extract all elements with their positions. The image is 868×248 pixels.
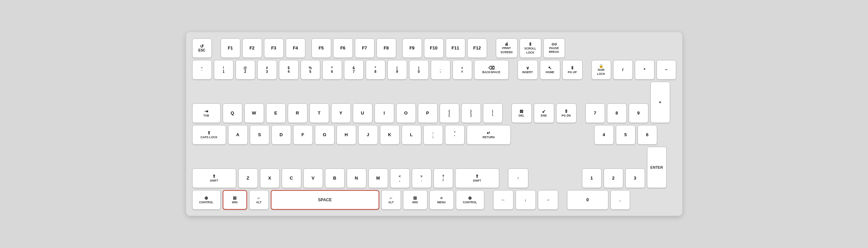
key-d[interactable]: D [271, 125, 291, 145]
key-equals[interactable]: + = [452, 60, 472, 80]
key-f[interactable]: F [293, 125, 313, 145]
key-num8[interactable]: 8 [607, 103, 627, 123]
key-lbracket[interactable]: { [ [440, 103, 459, 123]
key-down[interactable]: ↓ [516, 190, 536, 210]
key-0[interactable]: ) 0 [409, 60, 429, 80]
key-num-minus[interactable]: − [657, 60, 676, 80]
key-return[interactable]: ↵ RETURN [467, 125, 511, 145]
key-f4[interactable]: F4 [286, 38, 305, 58]
key-m[interactable]: M [368, 168, 388, 188]
key-fwdslash[interactable]: ? / [433, 168, 453, 188]
key-8[interactable]: * 8 [366, 60, 385, 80]
key-lwin[interactable]: ⊞ WIN [223, 190, 247, 210]
key-w[interactable]: W [244, 103, 264, 123]
key-f5[interactable]: F5 [311, 38, 331, 58]
key-a[interactable]: A [228, 125, 248, 145]
key-num2[interactable]: 2 [604, 168, 623, 188]
key-rctrl[interactable]: ⊕ CONTROL [456, 190, 484, 210]
key-comma[interactable]: < , [390, 168, 410, 188]
key-pgup[interactable]: ⇕ PG UP [562, 60, 583, 80]
key-n[interactable]: N [347, 168, 366, 188]
key-num-enter[interactable]: ENTER [647, 147, 667, 188]
key-pause-break[interactable]: ⊙⊙ PAUSE BREAK [543, 38, 565, 58]
key-5[interactable]: % 5 [301, 60, 320, 80]
key-lalt[interactable]: ⌐ ALT [249, 190, 269, 210]
key-h[interactable]: H [337, 125, 356, 145]
key-num6[interactable]: 6 [638, 125, 657, 145]
key-f9[interactable]: F9 [402, 38, 422, 58]
key-menu[interactable]: ≡ MENU [429, 190, 454, 210]
key-f11[interactable]: F11 [446, 38, 465, 58]
key-num7[interactable]: 7 [585, 103, 605, 123]
key-f12[interactable]: F12 [467, 38, 487, 58]
key-backtick[interactable]: ~ ` [192, 60, 212, 80]
key-left[interactable]: ← [493, 190, 513, 210]
key-f1[interactable]: F1 [221, 38, 240, 58]
key-k[interactable]: K [380, 125, 400, 145]
key-2[interactable]: @ 2 [236, 60, 255, 80]
key-p[interactable]: P [418, 103, 438, 123]
key-f10[interactable]: F10 [424, 38, 444, 58]
key-g[interactable]: G [315, 125, 335, 145]
key-space[interactable]: SPACE [271, 190, 379, 210]
key-esc[interactable]: ↺ ESC [192, 38, 212, 58]
key-6[interactable]: ^ 6 [322, 60, 342, 80]
key-print-screen[interactable]: 🖨 PRINT SCREEN [496, 38, 518, 58]
key-r[interactable]: R [288, 103, 307, 123]
key-e[interactable]: E [266, 103, 286, 123]
key-num-star[interactable]: * [635, 60, 654, 80]
key-f3[interactable]: F3 [264, 38, 284, 58]
key-num-dot[interactable]: . [610, 190, 630, 210]
key-rbracket[interactable]: } ] [461, 103, 481, 123]
key-u[interactable]: U [353, 103, 372, 123]
key-z[interactable]: Z [238, 168, 258, 188]
key-v[interactable]: V [303, 168, 323, 188]
key-y[interactable]: Y [331, 103, 351, 123]
key-1[interactable]: ! 1 [214, 60, 234, 80]
key-backspace[interactable]: ⌫ BACKSPACE [474, 60, 509, 80]
key-j[interactable]: J [358, 125, 378, 145]
key-f2[interactable]: F2 [242, 38, 262, 58]
key-numlock[interactable]: 🔒 NUM LOCK [591, 60, 611, 80]
key-b[interactable]: B [325, 168, 345, 188]
key-num4[interactable]: 4 [594, 125, 614, 145]
key-semicolon[interactable]: : ; [423, 125, 443, 145]
key-7[interactable]: & 7 [344, 60, 364, 80]
key-3[interactable]: # 3 [257, 60, 277, 80]
key-end[interactable]: ↙ END [534, 103, 554, 123]
key-num1[interactable]: 1 [582, 168, 602, 188]
key-backslash[interactable]: | \ [483, 103, 503, 123]
key-ralt[interactable]: ⌐ ALT [381, 190, 401, 210]
key-9[interactable]: ( 9 [387, 60, 407, 80]
key-num5[interactable]: 5 [616, 125, 635, 145]
key-num-slash[interactable]: / [613, 60, 633, 80]
key-num9[interactable]: 9 [629, 103, 648, 123]
key-l[interactable]: L [402, 125, 421, 145]
key-t[interactable]: T [309, 103, 329, 123]
key-up[interactable]: ↑ [508, 168, 528, 188]
key-f7[interactable]: F7 [355, 38, 375, 58]
key-insert[interactable]: ∨ INSERT [518, 60, 538, 80]
key-quote[interactable]: " ' [445, 125, 465, 145]
key-scroll-lock[interactable]: ⇕ SCROLL LOCK [520, 38, 541, 58]
key-tab[interactable]: ⇥ TAB [192, 103, 221, 123]
key-period[interactable]: > . [412, 168, 431, 188]
key-rshift[interactable]: ⇑ SHIFT [455, 168, 499, 188]
key-c[interactable]: C [282, 168, 301, 188]
key-o[interactable]: O [396, 103, 416, 123]
key-s[interactable]: S [250, 125, 269, 145]
key-right[interactable]: → [538, 190, 558, 210]
key-capslock[interactable]: ⇑ CAPS LOCK [192, 125, 226, 145]
key-rwin[interactable]: ⊞ WIN [403, 190, 427, 210]
key-del[interactable]: ⊠ DEL [511, 103, 532, 123]
key-num-plus[interactable]: + [650, 82, 670, 123]
key-i[interactable]: I [375, 103, 394, 123]
key-lctrl[interactable]: ⊕ CONTROL [192, 190, 221, 210]
key-f8[interactable]: F8 [377, 38, 396, 58]
key-4[interactable]: $ 4 [279, 60, 299, 80]
key-pgdn[interactable]: ⇕ PG DN [556, 103, 577, 123]
key-x[interactable]: X [260, 168, 280, 188]
key-minus[interactable]: _ - [431, 60, 450, 80]
key-q[interactable]: Q [223, 103, 242, 123]
key-f6[interactable]: F6 [333, 38, 353, 58]
